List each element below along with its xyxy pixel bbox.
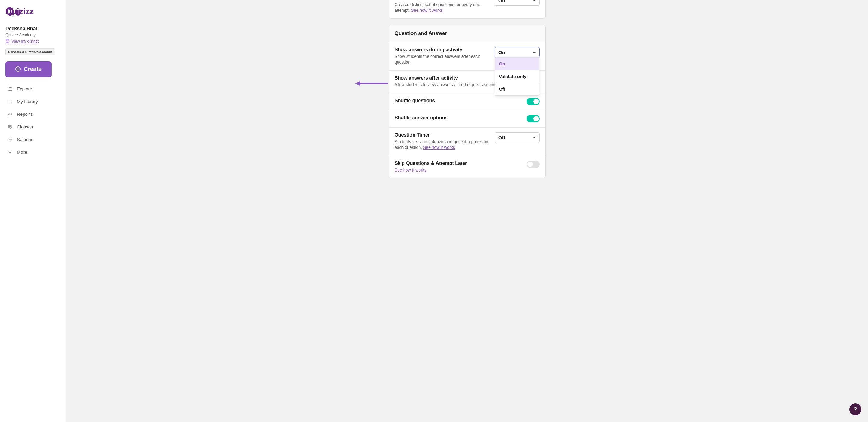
- sidebar-item-label: Reports: [17, 112, 33, 117]
- account-type-badge: Schools & Districts account: [5, 48, 55, 56]
- create-button[interactable]: Create: [5, 61, 52, 77]
- svg-point-10: [8, 125, 10, 127]
- setting-title-shuffle-q: Shuffle questions: [395, 98, 523, 103]
- setting-desc-show-during: Show students the correct answers after …: [395, 54, 491, 65]
- skip-see-how-link[interactable]: See how it works: [395, 168, 427, 173]
- setting-desc-adaptive: Creates distinct set of questions for ev…: [395, 2, 491, 13]
- sidebar-item-more[interactable]: More: [5, 146, 61, 158]
- shuffle-a-toggle[interactable]: [527, 115, 540, 122]
- card-mastery: improve accuracy. Adaptive Question Bank…: [389, 0, 546, 19]
- setting-title-show-during: Show answers during activity: [395, 47, 491, 53]
- sidebar-item-classes[interactable]: Classes: [5, 121, 61, 133]
- setting-title-skip: Skip Questions & Attempt Later: [395, 161, 523, 166]
- timer-select-value: Off: [498, 135, 505, 140]
- sidebar: Quizizz Deeksha Bhat Quizizz Academy Vie…: [0, 0, 66, 422]
- user-academy: Quizizz Academy: [5, 33, 61, 37]
- chart-icon: [7, 112, 13, 117]
- show-during-select-value: On: [498, 50, 505, 55]
- view-district-link[interactable]: View my district: [5, 39, 38, 44]
- sidebar-item-reports[interactable]: Reports: [5, 108, 61, 121]
- skip-toggle[interactable]: [527, 161, 540, 168]
- sidebar-item-settings[interactable]: Settings: [5, 133, 61, 146]
- setting-row-adaptive: Adaptive Question Bank Mode Creates dist…: [389, 0, 545, 19]
- svg-point-12: [9, 139, 11, 140]
- sidebar-item-label: Classes: [17, 124, 33, 129]
- users-icon: [7, 124, 13, 130]
- setting-desc-timer: Students see a countdown and get extra p…: [395, 139, 491, 151]
- timer-see-how-link[interactable]: See how it works: [423, 145, 455, 150]
- qa-header: Question and Answer: [389, 25, 545, 42]
- dropdown-item-off[interactable]: Off: [495, 83, 539, 95]
- card-question-answer: Question and Answer Show answers during …: [389, 25, 546, 178]
- sidebar-item-label: Explore: [17, 86, 32, 91]
- chevron-down-icon: [533, 137, 536, 138]
- setting-row-timer: Question Timer Students see a countdown …: [389, 127, 545, 156]
- create-button-label: Create: [24, 66, 41, 72]
- setting-row-shuffle-a: Shuffle answer options: [389, 110, 545, 127]
- quizizz-logo-icon: Quizizz: [5, 7, 48, 16]
- books-icon: [7, 99, 13, 104]
- sidebar-nav: Explore My Library Reports Classes Setti…: [5, 83, 61, 158]
- svg-rect-7: [7, 40, 7, 41]
- setting-title-adaptive: Adaptive Question Bank Mode: [395, 0, 491, 1]
- dropdown-item-on[interactable]: On: [495, 58, 539, 70]
- adaptive-see-how-link[interactable]: See how it works: [411, 8, 443, 13]
- svg-point-3: [9, 14, 10, 16]
- chevron-down-icon: [533, 0, 536, 1]
- sidebar-item-label: More: [17, 150, 27, 155]
- adaptive-select[interactable]: Off: [495, 0, 540, 6]
- setting-row-show-during: Show answers during activity Show studen…: [389, 42, 545, 70]
- user-name: Deeksha Bhat: [5, 26, 61, 31]
- view-district-label: View my district: [11, 39, 38, 43]
- show-during-select[interactable]: On On Validate only Off: [495, 47, 540, 58]
- setting-row-shuffle-q: Shuffle questions: [389, 93, 545, 110]
- chevron-down-icon: [7, 150, 13, 155]
- sidebar-item-explore[interactable]: Explore: [5, 83, 61, 95]
- settings-panel: improve accuracy. Adaptive Question Bank…: [389, 0, 546, 184]
- svg-rect-8: [8, 40, 8, 41]
- setting-title-timer: Question Timer: [395, 132, 491, 138]
- plus-circle-icon: [16, 66, 21, 72]
- shuffle-q-toggle[interactable]: [527, 98, 540, 105]
- globe-icon: [7, 86, 13, 92]
- adaptive-select-value: Off: [498, 0, 505, 3]
- sidebar-item-label: My Library: [17, 99, 38, 104]
- help-button[interactable]: ?: [849, 403, 861, 415]
- show-during-dropdown: On Validate only Off: [495, 57, 539, 95]
- building-icon: [5, 39, 10, 43]
- sidebar-item-library[interactable]: My Library: [5, 95, 61, 108]
- gear-icon: [7, 137, 13, 142]
- chevron-up-icon: [533, 52, 536, 53]
- logo: Quizizz: [5, 7, 61, 18]
- timer-select[interactable]: Off: [495, 132, 540, 143]
- help-icon: ?: [854, 406, 857, 413]
- content-area: improve accuracy. Adaptive Question Bank…: [66, 0, 868, 422]
- sidebar-item-label: Settings: [17, 137, 33, 142]
- dropdown-item-validate[interactable]: Validate only: [495, 70, 539, 83]
- setting-row-skip: Skip Questions & Attempt Later See how i…: [389, 156, 545, 178]
- svg-point-11: [10, 125, 12, 127]
- setting-title-shuffle-a: Shuffle answer options: [395, 115, 523, 121]
